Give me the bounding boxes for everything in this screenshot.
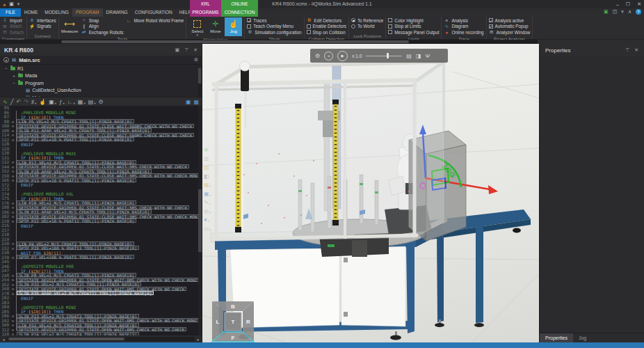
- play-button[interactable]: ▶: [337, 51, 348, 61]
- pin-icon[interactable]: ⊤: [184, 47, 188, 53]
- tree-row-mada[interactable]: +Mada: [0, 72, 202, 80]
- gear-icon[interactable]: ⚙: [194, 57, 198, 63]
- tree-row-r1[interactable]: −R1: [0, 65, 202, 72]
- grab-statement-icon[interactable]: ☝: [39, 99, 46, 105]
- detach-button[interactable]: ⊟Detach: [2, 29, 24, 35]
- panel-tab-properties[interactable]: Properties: [540, 333, 573, 343]
- collapse-icon[interactable]: ▴: [3, 57, 9, 63]
- chart-icon[interactable]: ∿▾: [204, 199, 211, 205]
- attach-button[interactable]: ⊞Attach: [2, 24, 24, 30]
- snap-button[interactable]: ⌖Snap: [81, 17, 124, 24]
- tree-row-program[interactable]: −Program: [0, 79, 202, 87]
- ribbon-scrollbar-thumb[interactable]: [61, 40, 409, 43]
- diagram-button[interactable]: ∿Diagram: [444, 24, 483, 30]
- jog-statement-icon[interactable]: ∿: [3, 99, 8, 105]
- scroll-track[interactable]: [7, 337, 195, 341]
- signals-monitor-icon[interactable]: Ψ: [425, 53, 430, 59]
- code-editor[interactable]: 8586;PRELIEVO MODELLO MINI87IF ($IN[18])…: [0, 106, 202, 335]
- help-icon[interactable]: ?: [636, 9, 641, 15]
- stop-at-limits-checkbox[interactable]: Stop at Limits: [388, 24, 439, 30]
- select-button[interactable]: Select▾: [188, 17, 206, 36]
- quick-tab-krl[interactable]: KRL: [190, 0, 221, 8]
- layout-caret[interactable]: ▾: [621, 9, 624, 15]
- pin-icon[interactable]: ⊤: [625, 47, 629, 53]
- fit-view-icon[interactable]: ✛: [204, 147, 211, 153]
- reset-simulation-button[interactable]: «: [324, 52, 333, 61]
- tab-drawing[interactable]: DRAWING: [103, 8, 131, 17]
- tab-home[interactable]: HOME: [21, 8, 42, 17]
- close-icon[interactable]: ✕: [634, 47, 638, 53]
- lin-statement-icon[interactable]: ╱: [10, 99, 14, 105]
- render-toggle-icon[interactable]: ▣: [604, 9, 609, 15]
- expander-icon[interactable]: +: [12, 74, 16, 78]
- move-button[interactable]: ✛Move: [207, 17, 224, 36]
- frame-statement-icon[interactable]: ∟▾: [67, 99, 75, 105]
- tab-program[interactable]: PROGRAM: [72, 8, 103, 17]
- import-button[interactable]: ⇩Import: [2, 17, 24, 24]
- select-filter-icon[interactable]: ▤: [204, 164, 211, 171]
- robot-config-icon[interactable]: ⚙: [99, 99, 104, 105]
- close-icon[interactable]: ✕: [193, 47, 198, 53]
- tree-row-main-src[interactable]: ▴ ▤ Main.src ⚙: [0, 56, 202, 65]
- tab-file[interactable]: FILE: [0, 8, 21, 17]
- measure-button[interactable]: ⟷Measure: [61, 17, 79, 35]
- align-button[interactable]: ∥Align: [81, 24, 124, 30]
- report-icon[interactable]: ▤: [406, 53, 412, 59]
- slider-handle[interactable]: [387, 53, 389, 58]
- 3d-viewport[interactable]: JOG: [202, 44, 539, 342]
- code-scrollbar-horizontal[interactable]: ◂ ▸: [0, 335, 202, 342]
- scroll-thumb[interactable]: [8, 338, 124, 340]
- snapshot-icon[interactable]: ▭▾: [204, 226, 211, 232]
- render-mode-icon[interactable]: ◧: [204, 173, 211, 180]
- analyzer-window-button[interactable]: ⊞Analyzer Window: [489, 29, 531, 35]
- simulation-settings-icon[interactable]: ⚙: [315, 53, 320, 59]
- editor-split-icon[interactable]: ▦: [193, 99, 199, 105]
- expander-icon[interactable]: −: [12, 81, 16, 85]
- automatic-popup-checkbox[interactable]: Automatic Popup: [489, 24, 531, 30]
- table-statement-icon[interactable]: ▤▾: [88, 99, 96, 105]
- scroll-right-icon[interactable]: ▸: [195, 337, 202, 342]
- exchange-robots-button[interactable]: ⇄Exchange Robots: [81, 29, 124, 35]
- edit-detectors-button[interactable]: ⚙Edit Detectors: [307, 17, 346, 24]
- expander-icon[interactable]: −: [4, 66, 8, 70]
- function-statement-icon[interactable]: ƒ▾: [59, 99, 65, 105]
- record-video-icon[interactable]: ◨: [416, 53, 421, 59]
- simulation-configuration-button[interactable]: ⚙Simulation configuration: [247, 29, 301, 35]
- stop-on-collision-checkbox[interactable]: Stop on Collision: [307, 29, 346, 35]
- collapse-ribbon-icon[interactable]: ∧: [628, 9, 631, 15]
- tree-row-colldetect-useraction[interactable]: ▤CollDetect_UserAction: [0, 87, 202, 95]
- teach-overlay-menu-checkbox[interactable]: Teach Overlay Menu: [247, 24, 301, 30]
- to-reference-radio[interactable]: To Reference: [351, 17, 383, 24]
- view-statement-icon[interactable]: ▦▾: [78, 99, 86, 105]
- close-button[interactable]: ✕: [637, 1, 641, 7]
- editor-view-icon[interactable]: ▣: [186, 99, 191, 105]
- traces-checkbox[interactable]: Traces: [247, 17, 301, 24]
- layout-icon[interactable]: ◫: [613, 9, 618, 15]
- analysis-active-checkbox[interactable]: Analysis active: [489, 17, 531, 24]
- tab-connection[interactable]: CONNECTION: [221, 8, 258, 17]
- enable-detectors-checkbox[interactable]: Enable Detectors: [307, 24, 346, 30]
- action-statement-icon[interactable]: ▣▾: [49, 99, 56, 105]
- interfaces-button[interactable]: ⋔Interfaces: [29, 17, 56, 24]
- code-scrollbar-vertical[interactable]: [198, 106, 202, 335]
- signals-button[interactable]: ⚡Signals: [29, 24, 56, 30]
- float-panel-icon[interactable]: ▣: [175, 47, 179, 53]
- view-cube[interactable]: B L T R F: [211, 300, 255, 342]
- origin-icon[interactable]: ◎▾: [204, 208, 211, 214]
- tab-programs[interactable]: PROGRAMS: [190, 8, 221, 17]
- jog-button[interactable]: ☝Jog: [225, 17, 242, 36]
- undo-icon[interactable]: ↶: [17, 99, 22, 105]
- components-icon[interactable]: ▦▾: [204, 182, 211, 188]
- tab-configuration[interactable]: CONFIGURATION: [131, 8, 176, 17]
- globe-icon[interactable]: ●▾: [204, 216, 211, 223]
- restore-button[interactable]: ☐: [626, 1, 630, 7]
- panel-tab-jog[interactable]: Jog: [573, 333, 592, 343]
- message-panel-output-checkbox[interactable]: Message Panel Output: [388, 29, 439, 35]
- tab-modeling[interactable]: MODELING: [41, 8, 72, 17]
- move-robot-world-frame-button[interactable]: ∟Move Robot World Frame: [126, 17, 184, 24]
- analysis-button[interactable]: ≡Analysis: [444, 17, 483, 24]
- color-highlight-checkbox[interactable]: Color Highlight: [388, 17, 439, 24]
- to-world-radio[interactable]: To World: [351, 24, 383, 30]
- redo-icon[interactable]: ↷: [24, 99, 29, 105]
- counter-statement-icon[interactable]: ♯▾: [31, 99, 36, 105]
